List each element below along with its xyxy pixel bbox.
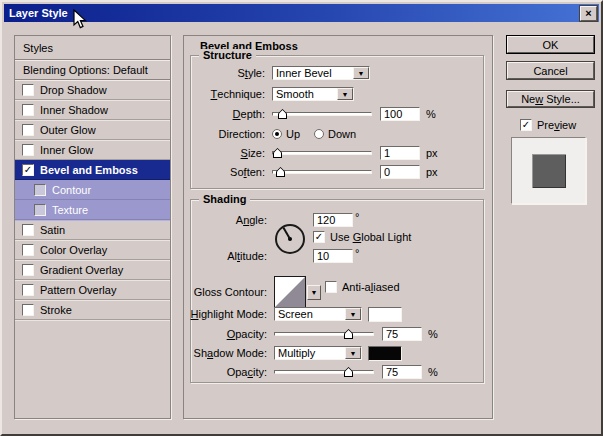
contour-shape [275, 277, 305, 307]
sidebar-item-color-overlay[interactable]: Color Overlay [15, 240, 170, 260]
mouse-cursor-icon [73, 9, 87, 30]
sidebar-item-label: Gradient Overlay [40, 264, 123, 276]
gloss-contour-thumbnail[interactable] [274, 276, 306, 308]
shadow-color-swatch[interactable] [368, 346, 402, 361]
slider-thumb[interactable] [344, 367, 353, 377]
shadow-mode-label: Shadow Mode: [191, 347, 267, 359]
sidebar-item-inner-shadow[interactable]: Inner Shadow [15, 100, 170, 120]
checkbox-satin[interactable] [22, 224, 34, 236]
size-field[interactable]: 1 [380, 146, 420, 160]
chevron-down-icon[interactable]: ▼ [307, 285, 321, 300]
highlight-mode-dropdown[interactable]: Screen ▼ [274, 307, 362, 321]
opacity-unit: % [428, 328, 438, 340]
checkbox-contour[interactable] [34, 184, 46, 196]
chevron-down-icon[interactable]: ▼ [353, 67, 369, 79]
sidebar-item-stroke[interactable]: Stroke [15, 300, 170, 320]
slider-track[interactable] [274, 332, 374, 336]
angle-field[interactable]: 120 [313, 213, 353, 227]
checkbox-outer-glow[interactable] [22, 124, 34, 136]
altitude-field[interactable]: 10 [313, 249, 353, 263]
soften-slider[interactable] [272, 165, 372, 179]
structure-group: Structure Style: Inner Bevel ▼ Technique… [190, 55, 484, 189]
anti-aliased-label: Anti-aliased [342, 281, 400, 293]
close-button[interactable]: × [580, 6, 597, 21]
anti-aliased-checkbox[interactable] [325, 281, 337, 293]
sidebar-item-label: Satin [40, 224, 65, 236]
highlight-mode-label: Highlight Mode: [191, 308, 267, 320]
direction-row: Direction: Up Down [191, 126, 479, 142]
ok-button-label: OK [543, 39, 559, 51]
checkbox-gradient-overlay[interactable] [22, 264, 34, 276]
highlight-opacity-slider[interactable] [274, 327, 374, 341]
sidebar-item-gradient-overlay[interactable]: Gradient Overlay [15, 260, 170, 280]
shading-group: Shading Angle: 120 ° ✓ Use Global Light … [190, 199, 484, 383]
gloss-contour-label: Gloss Contour: [191, 286, 267, 298]
chevron-down-icon[interactable]: ▼ [345, 308, 361, 320]
sidebar-item-drop-shadow[interactable]: Drop Shadow [15, 80, 170, 100]
size-slider[interactable] [272, 146, 372, 160]
sidebar-item-contour[interactable]: Contour [15, 180, 170, 200]
highlight-color-swatch[interactable] [368, 307, 402, 322]
ok-button[interactable]: OK [507, 36, 594, 53]
direction-down-radio[interactable] [314, 129, 324, 139]
use-global-light-row: ✓ Use Global Light [313, 230, 411, 244]
sidebar-item-label: Outer Glow [40, 124, 96, 136]
style-dropdown[interactable]: Inner Bevel ▼ [272, 66, 370, 80]
shadow-opacity-slider[interactable] [274, 365, 374, 379]
highlight-opacity-row: Opacity: 75 % [191, 326, 479, 342]
sidebar-item-bevel-and-emboss[interactable]: ✓Bevel and Emboss [15, 160, 170, 180]
slider-thumb[interactable] [344, 329, 353, 339]
slider-track[interactable] [272, 112, 372, 116]
highlight-opacity-field[interactable]: 75 [382, 327, 422, 341]
slider-thumb[interactable] [278, 109, 287, 119]
sidebar-item-blending-options[interactable]: Blending Options: Default [15, 60, 170, 80]
title-bar[interactable]: Layer Style [4, 4, 599, 22]
direction-up-radio[interactable] [272, 129, 282, 139]
technique-dropdown[interactable]: Smooth ▼ [272, 87, 354, 101]
shadow-opacity-field[interactable]: 75 [382, 365, 422, 379]
sidebar-item-inner-glow[interactable]: Inner Glow [15, 140, 170, 160]
sidebar-item-label: Bevel and Emboss [40, 164, 138, 176]
checkbox-pattern-overlay[interactable] [22, 284, 34, 296]
chevron-down-icon[interactable]: ▼ [337, 88, 353, 100]
shadow-mode-dropdown[interactable]: Multiply ▼ [274, 346, 362, 360]
styles-header-label: Styles [23, 42, 53, 54]
soften-field[interactable]: 0 [380, 165, 420, 179]
chevron-down-icon[interactable]: ▼ [345, 347, 361, 359]
checkbox-inner-shadow[interactable] [22, 104, 34, 116]
sidebar-item-label: Texture [52, 204, 88, 216]
highlight-mode-row: Highlight Mode: Screen ▼ [191, 306, 479, 322]
sidebar-item-pattern-overlay[interactable]: Pattern Overlay [15, 280, 170, 300]
preview-checkbox[interactable]: ✓ [520, 119, 532, 131]
checkbox-inner-glow[interactable] [22, 144, 34, 156]
altitude-row: Altitude: 10 ° [191, 248, 479, 264]
sidebar-item-label: Pattern Overlay [40, 284, 116, 296]
sidebar-item-outer-glow[interactable]: Outer Glow [15, 120, 170, 140]
preview-row: ✓ Preview [520, 118, 576, 132]
depth-field[interactable]: 100 [380, 107, 420, 121]
use-global-light-checkbox[interactable]: ✓ [313, 231, 325, 243]
slider-thumb[interactable] [273, 148, 282, 158]
slider-thumb[interactable] [276, 167, 285, 177]
slider-track[interactable] [274, 370, 374, 374]
sidebar-item-texture[interactable]: Texture [15, 200, 170, 220]
slider-track[interactable] [272, 151, 372, 155]
checkbox-color-overlay[interactable] [22, 244, 34, 256]
checkbox-texture[interactable] [34, 204, 46, 216]
preview-label: Preview [537, 119, 576, 131]
checkbox-drop-shadow[interactable] [22, 84, 34, 96]
shadow-opacity-label: Opacity: [191, 366, 267, 378]
direction-label: Direction: [191, 128, 265, 140]
depth-slider[interactable] [272, 107, 372, 121]
cancel-button[interactable]: Cancel [507, 62, 594, 79]
soften-row: Soften: 0 px [191, 164, 479, 180]
structure-legend: Structure [199, 49, 256, 61]
checkbox-bevel-and-emboss[interactable]: ✓ [22, 164, 34, 176]
checkbox-stroke[interactable] [22, 304, 34, 316]
style-preview-square [532, 154, 566, 188]
layer-style-dialog: Layer Style × Styles Blending Options: D… [0, 0, 603, 436]
slider-track[interactable] [272, 170, 372, 174]
sidebar-item-satin[interactable]: Satin [15, 220, 170, 240]
direction-down-label: Down [328, 128, 356, 140]
new-style-button[interactable]: New Style... [507, 91, 594, 107]
